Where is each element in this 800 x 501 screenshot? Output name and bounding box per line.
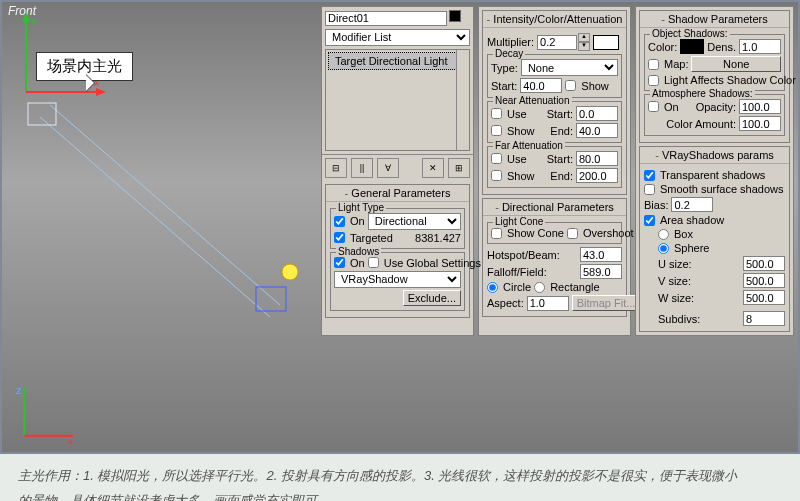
show-cone-checkbox[interactable] bbox=[491, 228, 502, 239]
label: Show Cone bbox=[507, 227, 564, 239]
modifier-toolbar: ⊟ || ∀ ✕ ⊞ bbox=[322, 154, 473, 181]
overshoot-checkbox[interactable] bbox=[567, 228, 578, 239]
general-params-rollout: General Parameters Light Type OnDirectio… bbox=[325, 184, 470, 318]
label: Sphere bbox=[674, 242, 709, 254]
shadows-on-checkbox[interactable] bbox=[334, 257, 345, 268]
label: On bbox=[350, 257, 365, 269]
group-label: Light Cone bbox=[493, 216, 545, 227]
coloramt-spinner[interactable] bbox=[739, 116, 781, 131]
modify-panel: Modifier List Target Directional Light ⊟… bbox=[321, 6, 474, 336]
smooth-checkbox[interactable] bbox=[644, 184, 655, 195]
exclude-button[interactable]: Exclude... bbox=[403, 290, 461, 306]
transparent-checkbox[interactable] bbox=[644, 170, 655, 181]
decay-show-checkbox[interactable] bbox=[565, 80, 576, 91]
modifier-stack-item[interactable]: Target Directional Light bbox=[328, 52, 467, 70]
group-label: Light Type bbox=[336, 202, 386, 213]
configure-icon[interactable]: ⊞ bbox=[448, 158, 470, 178]
label: Color Amount: bbox=[666, 118, 736, 130]
label: Opacity: bbox=[696, 101, 736, 113]
rollout-header[interactable]: General Parameters bbox=[326, 185, 469, 202]
bias-spinner[interactable] bbox=[671, 197, 713, 212]
decay-type-dropdown[interactable]: None bbox=[521, 59, 618, 76]
viewport[interactable]: Front yx zx 场景内主光 Modifier List Target D… bbox=[0, 0, 800, 454]
label: On bbox=[664, 101, 679, 113]
near-start-spinner[interactable] bbox=[576, 106, 618, 121]
color-swatch[interactable] bbox=[449, 10, 461, 22]
svg-rect-13 bbox=[256, 287, 286, 311]
label: V size: bbox=[658, 275, 691, 287]
label: Use Global Settings bbox=[384, 257, 481, 269]
label: U size: bbox=[658, 258, 692, 270]
modifier-stack[interactable]: Target Directional Light bbox=[325, 49, 470, 151]
pin-stack-icon[interactable]: ⊟ bbox=[325, 158, 347, 178]
rollout-header[interactable]: Shadow Parameters bbox=[640, 11, 789, 28]
axes-gizmo-bottom: zx bbox=[16, 382, 78, 444]
far-use-checkbox[interactable] bbox=[491, 153, 502, 164]
make-unique-icon[interactable]: ∀ bbox=[377, 158, 399, 178]
decay-start-spinner[interactable] bbox=[520, 78, 562, 93]
label: W size: bbox=[658, 292, 694, 304]
object-name-input[interactable] bbox=[325, 11, 447, 26]
falloff-spinner[interactable] bbox=[580, 264, 622, 279]
circle-radio[interactable] bbox=[487, 282, 498, 293]
label: End: bbox=[550, 170, 573, 182]
light-affects-checkbox[interactable] bbox=[648, 75, 659, 86]
hotspot-spinner[interactable] bbox=[580, 247, 622, 262]
box-radio[interactable] bbox=[658, 229, 669, 240]
usize-spinner[interactable] bbox=[743, 256, 785, 271]
label: Bias: bbox=[644, 199, 668, 211]
subdivs-spinner[interactable] bbox=[743, 311, 785, 326]
shadow-color-swatch[interactable] bbox=[680, 39, 704, 54]
far-end-spinner[interactable] bbox=[576, 168, 618, 183]
group-label: Atmosphere Shadows: bbox=[650, 88, 755, 99]
sphere-radio[interactable] bbox=[658, 243, 669, 254]
intensity-panel: Intensity/Color/Attenuation Multiplier:▲… bbox=[478, 6, 631, 336]
show-result-icon[interactable]: || bbox=[351, 158, 373, 178]
label: Area shadow bbox=[660, 214, 724, 226]
atmo-on-checkbox[interactable] bbox=[648, 101, 659, 112]
label: Start: bbox=[491, 80, 517, 92]
use-global-checkbox[interactable] bbox=[368, 257, 379, 268]
near-show-checkbox[interactable] bbox=[491, 125, 502, 136]
vsize-spinner[interactable] bbox=[743, 273, 785, 288]
remove-mod-icon[interactable]: ✕ bbox=[422, 158, 444, 178]
light-on-checkbox[interactable] bbox=[334, 216, 345, 227]
rollout-header[interactable]: Directional Parameters bbox=[483, 199, 626, 216]
label: Show bbox=[507, 170, 535, 182]
near-use-checkbox[interactable] bbox=[491, 108, 502, 119]
light-type-dropdown[interactable]: Directional bbox=[368, 213, 461, 230]
label: Show bbox=[507, 125, 535, 137]
aspect-spinner[interactable] bbox=[527, 296, 569, 311]
group-label: Decay bbox=[493, 48, 525, 59]
rollout-header[interactable]: Intensity/Color/Attenuation bbox=[483, 11, 626, 28]
density-spinner[interactable] bbox=[739, 39, 781, 54]
opacity-spinner[interactable] bbox=[739, 99, 781, 114]
multiplier-spinner[interactable] bbox=[537, 35, 577, 50]
label: Targeted bbox=[350, 232, 393, 244]
modifier-list-dropdown[interactable]: Modifier List bbox=[325, 29, 470, 46]
scene-geometry bbox=[20, 97, 320, 357]
area-shadow-checkbox[interactable] bbox=[644, 215, 655, 226]
callout-text: 场景内主光 bbox=[36, 52, 133, 81]
caption: 主光作用：1. 模拟阳光，所以选择平行光。2. 投射具有方向感的投影。3. 光线… bbox=[0, 454, 800, 501]
map-checkbox[interactable] bbox=[648, 59, 659, 70]
scrollbar[interactable] bbox=[456, 50, 469, 150]
shadow-panel: Shadow Parameters Object Shadows: Color:… bbox=[635, 6, 794, 336]
far-start-spinner[interactable] bbox=[576, 151, 618, 166]
targeted-checkbox[interactable] bbox=[334, 232, 345, 243]
svg-text:z: z bbox=[16, 384, 22, 396]
map-button[interactable]: None bbox=[691, 56, 781, 72]
spin-down[interactable]: ▼ bbox=[578, 42, 590, 51]
wsize-spinner[interactable] bbox=[743, 290, 785, 305]
spin-up[interactable]: ▲ bbox=[578, 33, 590, 42]
rollout-header[interactable]: VRayShadows params bbox=[640, 147, 789, 164]
far-show-checkbox[interactable] bbox=[491, 170, 502, 181]
shadow-type-dropdown[interactable]: VRayShadow bbox=[334, 271, 461, 288]
near-end-spinner[interactable] bbox=[576, 123, 618, 138]
bitmap-fit-button[interactable]: Bitmap Fit... bbox=[572, 295, 641, 311]
label: Show bbox=[581, 80, 609, 92]
rectangle-radio[interactable] bbox=[534, 282, 545, 293]
color-swatch[interactable] bbox=[593, 35, 619, 50]
svg-text:y: y bbox=[31, 15, 36, 26]
label: Transparent shadows bbox=[660, 169, 765, 181]
